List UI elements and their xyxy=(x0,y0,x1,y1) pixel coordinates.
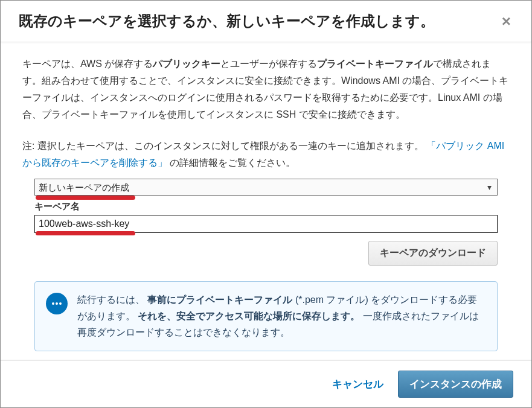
keypair-mode-select-wrap: 新しいキーペアの作成 ▾ xyxy=(34,179,498,196)
svg-point-2 xyxy=(59,302,62,305)
keypair-mode-select[interactable]: 新しいキーペアの作成 xyxy=(34,179,498,196)
speech-bubble-icon xyxy=(46,293,68,314)
keypair-name-input[interactable] xyxy=(34,215,498,233)
close-icon[interactable]: × xyxy=(499,12,513,31)
keypair-form: 新しいキーペアの作成 ▾ キーペア名 キーペアのダウンロード 続行するには、 事… xyxy=(22,179,510,351)
svg-point-0 xyxy=(52,302,54,305)
download-row: キーペアのダウンロード xyxy=(34,241,498,266)
dialog-body: キーペアは、AWS が保存するパブリックキーとユーザーが保存するプライベートキー… xyxy=(1,42,531,360)
keypair-dialog: 既存のキーペアを選択するか、新しいキーペアを作成します。 × キーペアは、AWS… xyxy=(0,0,532,408)
download-keypair-button[interactable]: キーペアのダウンロード xyxy=(368,241,498,266)
dialog-footer: キャンセル インスタンスの作成 xyxy=(1,360,531,407)
cancel-button[interactable]: キャンセル xyxy=(330,372,386,396)
note-text: 注: 選択したキーペアは、このインスタンスに対して権限がある一連のキーに追加され… xyxy=(22,138,510,171)
dialog-title: 既存のキーペアを選択するか、新しいキーペアを作成します。 xyxy=(19,11,435,31)
dialog-header: 既存のキーペアを選択するか、新しいキーペアを作成します。 × xyxy=(1,1,531,42)
svg-point-1 xyxy=(56,302,58,305)
keypair-name-label: キーペア名 xyxy=(34,201,498,212)
annotation-underline xyxy=(36,231,135,235)
description-text: キーペアは、AWS が保存するパブリックキーとユーザーが保存するプライベートキー… xyxy=(22,56,510,123)
info-text: 続行するには、 事前にプライベートキーファイル (*.pem ファイル) をダウ… xyxy=(77,292,486,341)
annotation-underline xyxy=(36,196,135,200)
launch-instance-button[interactable]: インスタンスの作成 xyxy=(398,371,513,398)
info-box: 続行するには、 事前にプライベートキーファイル (*.pem ファイル) をダウ… xyxy=(34,281,498,351)
